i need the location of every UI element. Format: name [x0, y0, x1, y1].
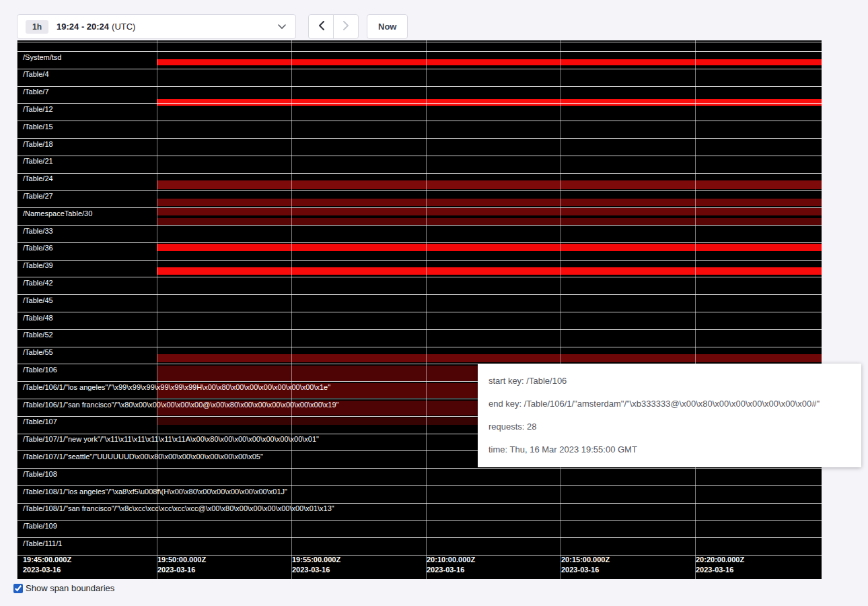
span-boundary-line	[17, 156, 822, 156]
axis-tick-time: 19:50:00.000Z	[157, 556, 206, 564]
heat-band	[157, 267, 822, 275]
span-boundary-line	[17, 207, 822, 208]
row-key-label: /Table/39	[23, 261, 53, 269]
axis-tick-time: 19:55:00.000Z	[292, 556, 340, 564]
row-key-label: /Table/33	[23, 227, 53, 235]
timezone-label: (UTC)	[112, 22, 135, 32]
span-boundary-line	[17, 277, 822, 277]
show-span-boundaries-checkbox[interactable]	[13, 584, 23, 593]
axis-tick-time: 19:45:00.000Z	[23, 556, 71, 564]
row-key-label: /Table/7	[23, 88, 49, 96]
row-key-label: /Table/24	[23, 174, 53, 182]
span-boundary-line	[17, 190, 822, 191]
span-boundary-line	[17, 86, 822, 87]
row-key-label: /Table/48	[23, 314, 53, 322]
row-key-label: /Table/52	[23, 331, 53, 339]
span-boundary-line	[17, 103, 822, 104]
axis-tick-time: 20:15:00.000Z	[561, 556, 610, 564]
tooltip-requests: requests: 28	[489, 415, 851, 438]
row-key-label: /Table/18	[23, 140, 53, 148]
row-key-label: /Table/106/1/"los angeles"/"\x99\x99\x99…	[23, 383, 330, 391]
row-key-label: /Table/107/1/"new york"/"\x11\x11\x11\x1…	[23, 435, 319, 443]
span-boundary-line	[17, 485, 822, 486]
axis-tick-date: 2023-03-16	[427, 566, 464, 574]
axis-tick-date: 2023-03-16	[23, 566, 61, 574]
span-boundary-line	[17, 329, 822, 330]
heat-band	[157, 218, 822, 225]
row-key-label: /Table/21	[23, 157, 53, 165]
tooltip-start-key: start key: /Table/106	[489, 370, 851, 393]
heat-band	[157, 199, 822, 206]
heat-band	[157, 180, 822, 189]
row-key-label: /Table/12	[23, 105, 53, 113]
axis-tick-date: 2023-03-16	[561, 566, 599, 574]
heat-band	[157, 208, 822, 216]
chevron-left-icon	[318, 21, 324, 32]
row-key-label: /System/tsd	[23, 53, 61, 61]
span-boundary-line	[17, 69, 822, 69]
axis-tick-date: 2023-03-16	[157, 566, 195, 574]
time-range-value: 19:24 - 20:24	[57, 22, 109, 32]
span-boundary-line	[17, 537, 822, 538]
tooltip-end-key: end key: /Table/106/1/"amsterdam"/"\xb33…	[489, 393, 851, 415]
span-boundary-line	[17, 225, 822, 226]
span-boundary-line	[17, 347, 822, 347]
span-boundary-line	[17, 173, 822, 174]
chevron-down-icon	[278, 24, 286, 30]
span-boundary-line	[17, 121, 822, 121]
axis-tick-date: 2023-03-16	[292, 566, 330, 574]
heat-band	[157, 59, 822, 65]
span-boundary-line	[17, 51, 822, 52]
row-key-label: /Table/111/1	[23, 539, 62, 547]
span-boundary-line	[17, 503, 822, 504]
row-key-label: /Table/108/1/"san francisco"/"\x8c\xcc\x…	[23, 504, 334, 512]
tooltip-time: time: Thu, 16 Mar 2023 19:55:00 GMT	[489, 438, 851, 461]
span-boundary-line	[17, 312, 822, 312]
prev-time-button[interactable]	[308, 14, 334, 39]
span-boundary-line	[17, 294, 822, 295]
next-time-button[interactable]	[333, 14, 359, 39]
now-button[interactable]: Now	[367, 14, 408, 39]
row-key-label: /Table/27	[23, 192, 53, 200]
row-key-label: /Table/106/1/"san francisco"/"\x80\x00\x…	[23, 401, 339, 409]
row-key-label: /Table/107	[23, 417, 57, 426]
heat-band	[157, 244, 822, 250]
row-key-label: /Table/108/1/"los angeles"/"\xa8\xf5\u00…	[23, 487, 287, 496]
span-boundary-line	[17, 242, 822, 243]
row-key-label: /Table/107/1/"seattle"/"UUUUUUD\x00\x80\…	[23, 452, 263, 461]
span-boundary-line	[17, 42, 822, 42]
time-nav-group	[308, 14, 359, 39]
time-range-label: 19:24 - 20:24(UTC)	[57, 22, 135, 32]
axis-tick-time: 20:10:00.000Z	[427, 556, 475, 564]
span-boundaries-control: Show span boundaries	[13, 583, 114, 593]
key-visualizer-heatmap[interactable]: /System/tsd/Table/4/Table/7/Table/12/Tab…	[17, 40, 822, 579]
duration-badge: 1h	[26, 20, 48, 34]
row-key-label: /Table/106	[23, 366, 57, 374]
span-boundary-line	[17, 138, 822, 139]
heat-band	[157, 354, 822, 362]
span-boundary-line	[17, 520, 822, 521]
axis-tick-time: 20:20:00.000Z	[696, 556, 744, 564]
row-key-label: /Table/36	[23, 244, 53, 252]
span-boundary-line	[17, 468, 822, 469]
row-key-label: /Table/4	[23, 70, 49, 78]
span-tooltip: start key: /Table/106 end key: /Table/10…	[478, 364, 861, 467]
row-key-label: /Table/55	[23, 348, 53, 356]
time-range-selector[interactable]: 1h 19:24 - 20:24(UTC)	[17, 14, 296, 39]
row-key-label: /NamespaceTable/30	[23, 209, 92, 217]
row-key-label: /Table/108	[23, 470, 57, 478]
chevron-right-icon	[343, 21, 349, 32]
span-boundary-line	[17, 260, 822, 261]
row-key-label: /Table/45	[23, 296, 53, 304]
axis-tick-date: 2023-03-16	[696, 566, 733, 574]
heat-band	[157, 99, 822, 106]
row-key-label: /Table/42	[23, 279, 53, 287]
row-key-label: /Table/15	[23, 123, 53, 131]
row-key-label: /Table/109	[23, 522, 57, 530]
show-span-boundaries-label: Show span boundaries	[26, 583, 114, 593]
